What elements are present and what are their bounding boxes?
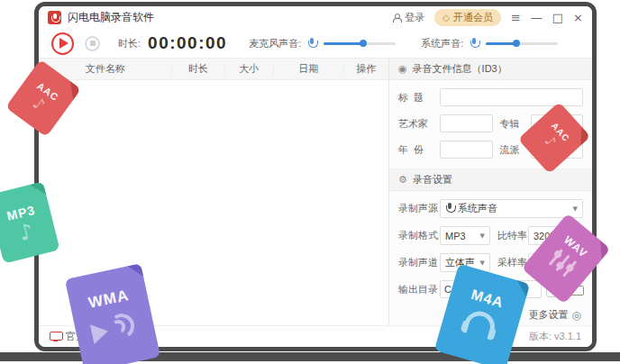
mic-glyph [53,14,57,19]
duration-time: 00:00:00 [148,33,227,53]
login-button[interactable]: 登录 [392,11,424,24]
badge-label: MP3 [5,203,37,223]
record-play-icon [59,38,68,49]
mic-volume-thumb[interactable] [360,40,367,47]
more-settings-link[interactable]: 更多设置 [529,308,569,322]
bitrate-label: 比特率 [497,229,528,242]
music-note-icon: ♪ [16,220,35,244]
folded-corner [591,241,610,259]
chevron-down-icon: ▼ [480,259,485,267]
chevron-down-icon: ▼ [480,232,485,240]
id3-header-label: 录音文件信息（ID3） [413,62,507,76]
music-note-icon: ♪ [542,133,559,150]
badge-label: WMA [87,287,131,313]
settings-section-header: ⚙ 录音设置 [389,169,592,191]
app-logo-mic-icon [48,11,61,24]
microphone-icon [470,38,479,50]
source-select[interactable]: 系统声音 ▼ [440,199,583,218]
column-actions: 操作 [343,62,388,76]
mic-volume-fill [324,42,363,45]
version-label: 版本: v3.1.1 [529,330,581,343]
mic-volume-slider[interactable] [324,42,396,45]
artist-input[interactable] [440,114,493,132]
vip-label: 开通会员 [453,11,493,24]
user-icon [392,14,401,23]
settings-header-label: 录音设置 [413,173,452,187]
gear-icon: ⚙ [398,174,407,186]
source-label: 录制声源 [398,202,440,215]
format-select[interactable]: MP3 ▼ [440,226,490,245]
login-label: 登录 [405,11,424,24]
system-volume-slider[interactable] [486,42,558,45]
close-icon[interactable]: × [573,12,583,23]
output-dir-label: 输出目录 [398,283,440,296]
minimize-icon[interactable]: — [531,12,542,23]
vip-membership-button[interactable]: ◇ 开通会员 [434,9,501,26]
titlebar-actions: 登录 ◇ 开通会员 ≡ — □ × [392,9,583,26]
headphones-icon [460,307,500,340]
record-button[interactable] [51,32,74,55]
stop-button[interactable] [85,36,100,51]
year-input[interactable] [440,141,493,159]
disc-icon: ◉ [398,63,407,75]
system-volume-thumb[interactable] [513,40,520,47]
system-volume-label: 系统声音: [421,37,463,50]
mic-volume-label: 麦克风声音: [249,37,301,50]
play-sound-icon [87,310,142,349]
chevron-down-icon: ▼ [573,205,578,213]
gem-icon: ◇ [442,13,450,23]
album-label: 专辑 [500,117,531,131]
duration-label: 时长: [118,37,141,50]
title-input[interactable] [440,88,583,106]
channel-label: 录制声道 [398,256,440,269]
format-label: 录制格式 [398,229,440,242]
artist-label: 艺术家 [398,117,440,131]
menu-icon[interactable]: ≡ [511,12,521,23]
record-toolbar: 时长: 00:00:00 麦克风声音: 系统声音: [39,29,592,59]
stop-icon [90,41,96,46]
monitor-icon [50,332,61,341]
source-value: 系统声音 [458,202,497,215]
app-title: 闪电电脑录音软件 [68,10,154,25]
mic-icon [445,203,454,214]
year-label: 年 份 [398,143,440,157]
microphone-icon [307,38,316,50]
more-settings-icon[interactable]: ◎ [572,309,581,322]
id3-section-header: ◉ 录音文件信息（ID3） [389,59,592,80]
column-date: 日期 [273,62,343,76]
format-value: MP3 [445,231,466,241]
maximize-icon[interactable]: □ [552,12,563,23]
system-volume-fill [486,42,516,45]
column-duration: 时长 [171,62,223,76]
badge-label: M4A [470,287,506,311]
music-note-icon: ♪ [30,95,48,114]
file-table-header: 文件名称 时长 大小 日期 操作 [39,59,388,80]
titlebar: 闪电电脑录音软件 登录 ◇ 开通会员 ≡ — □ × [39,6,592,29]
title-label: 标 题 [398,91,440,105]
column-size: 大小 [224,62,273,76]
